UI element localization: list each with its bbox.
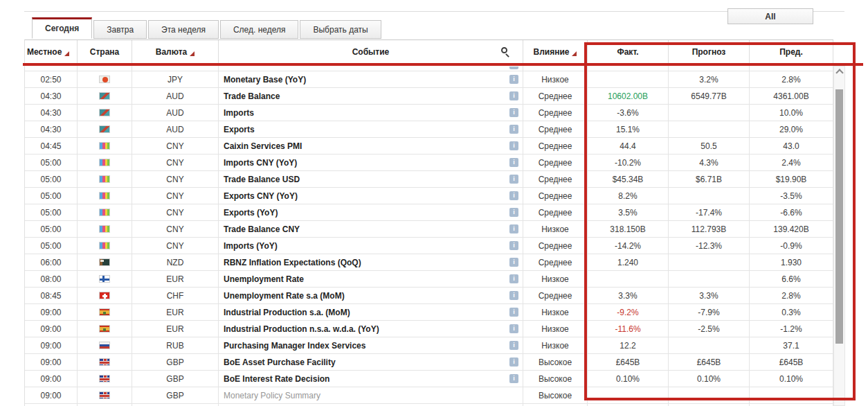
event-time-text: 05:00 xyxy=(40,208,61,218)
event-time: 04:45 xyxy=(25,138,78,155)
currency-code-text: CHF xyxy=(167,291,184,301)
event-link[interactable]: Trade Balance xyxy=(224,91,280,101)
info-icon[interactable]: i xyxy=(509,308,518,317)
event-link[interactable]: Monetary Policy Summary xyxy=(224,391,320,400)
event-time: 09:00 xyxy=(25,337,78,354)
event-link[interactable]: Unemployment Rate s.a (MoM) xyxy=(224,291,345,301)
event-time-text: 09:00 xyxy=(40,391,61,400)
info-icon[interactable]: i xyxy=(509,291,518,300)
column-header-currency[interactable]: Валюта xyxy=(132,40,219,63)
all-filter-button[interactable]: All xyxy=(727,8,813,24)
event-cell: Imports CNY (YoY)i xyxy=(219,155,523,171)
impact-level-text: Среднее xyxy=(539,208,572,218)
event-link[interactable]: Exports CNY (YoY) xyxy=(224,191,298,201)
column-header-event: Событие xyxy=(219,40,523,63)
column-header-impact[interactable]: Влияние xyxy=(523,40,588,63)
info-icon[interactable]: i xyxy=(509,191,518,200)
tab-select-dates[interactable]: Выбрать даты xyxy=(300,20,381,39)
country-cell xyxy=(78,354,132,371)
event-time: 05:00 xyxy=(25,204,78,221)
event-link[interactable]: Trade Balance CNY xyxy=(224,224,300,234)
currency-code: CHF xyxy=(132,288,219,304)
country-cell xyxy=(78,321,132,337)
tab-tomorrow[interactable]: Завтра xyxy=(93,20,147,39)
impact-level-text: Среднее xyxy=(539,241,572,251)
sort-triangle-icon xyxy=(190,51,195,56)
event-time: 04:30 xyxy=(25,105,78,121)
country-flag-icon-jp xyxy=(99,76,110,83)
info-icon[interactable]: i xyxy=(509,324,518,333)
info-icon[interactable]: i xyxy=(509,374,518,383)
info-icon[interactable]: i xyxy=(509,341,518,350)
impact-level-text: Среднее xyxy=(539,258,572,267)
info-icon[interactable]: i xyxy=(509,108,518,117)
event-time-text: 04:45 xyxy=(40,141,61,151)
event-cell: Industrial Production n.s.a. w.d.a. (YoY… xyxy=(219,321,523,337)
event-link[interactable]: Trade Balance USD xyxy=(224,175,300,184)
info-icon[interactable]: i xyxy=(509,175,518,184)
currency-code-text: GBP xyxy=(166,358,183,367)
info-icon[interactable]: i xyxy=(509,158,518,167)
tab-next-week[interactable]: След. неделя xyxy=(220,20,299,39)
event-time: 06:00 xyxy=(25,254,78,271)
country-flag-icon-gb xyxy=(99,375,110,382)
event-time-text: 02:50 xyxy=(40,75,61,85)
impact-level: Среднее xyxy=(523,238,588,254)
country-cell xyxy=(78,221,132,238)
info-icon[interactable]: i xyxy=(509,241,518,250)
impact-level: Низкое xyxy=(523,321,588,337)
event-link[interactable]: BoE Interest Rate Decision xyxy=(224,374,329,384)
country-flag-icon-cn xyxy=(99,209,110,216)
country-cell xyxy=(78,371,132,387)
event-link[interactable]: Industrial Production s.a. (MoM) xyxy=(224,308,350,317)
country-cell xyxy=(78,188,132,204)
event-link[interactable]: Industrial Production n.s.a. w.d.a. (YoY… xyxy=(224,324,379,334)
impact-level-text: Среднее xyxy=(539,91,572,101)
event-link[interactable]: Unemployment Rate xyxy=(224,274,304,284)
country-flag-icon-gb xyxy=(99,391,110,399)
country-cell xyxy=(78,387,132,404)
event-time: 05:00 xyxy=(25,188,78,204)
currency-code: AUD xyxy=(132,105,219,121)
country-cell xyxy=(78,271,132,288)
tab-this-week[interactable]: Эта неделя xyxy=(148,20,219,39)
event-link[interactable]: Monetary Base (YoY) xyxy=(224,75,306,85)
sort-triangle-icon xyxy=(64,51,69,56)
event-link[interactable]: Exports (YoY) xyxy=(224,208,278,218)
info-icon[interactable]: i xyxy=(509,75,518,84)
event-time: 05:00 xyxy=(25,238,78,254)
info-icon[interactable]: i xyxy=(509,91,518,100)
info-icon[interactable]: i xyxy=(509,125,518,134)
currency-code: RUB xyxy=(132,337,219,354)
event-link[interactable]: RBNZ Inflation Expectations (QoQ) xyxy=(224,258,361,267)
impact-level: Среднее xyxy=(523,88,588,105)
currency-code-text: EUR xyxy=(166,308,183,317)
event-link[interactable]: Purchasing Manager Index Services xyxy=(224,341,365,351)
event-link[interactable]: Imports xyxy=(224,108,254,118)
currency-code: CNY xyxy=(132,221,219,238)
search-icon[interactable] xyxy=(501,47,507,53)
column-header-time[interactable]: Местное xyxy=(25,40,78,63)
impact-level: Низкое xyxy=(523,271,588,288)
info-icon[interactable]: i xyxy=(509,358,518,367)
country-cell xyxy=(78,254,132,271)
event-link[interactable]: BoE Asset Purchase Facility xyxy=(224,358,336,367)
currency-code-text: CNY xyxy=(166,158,183,168)
info-icon[interactable]: i xyxy=(509,208,518,217)
info-icon-partial xyxy=(509,67,518,69)
event-link[interactable]: Exports xyxy=(224,125,255,134)
info-icon[interactable]: i xyxy=(509,258,518,267)
currency-code-text: JPY xyxy=(168,75,183,85)
tab-today[interactable]: Сегодня xyxy=(32,17,92,39)
info-icon[interactable]: i xyxy=(509,274,518,283)
column-header-label: Валюта xyxy=(156,47,187,57)
currency-code: JPY xyxy=(132,71,219,88)
info-icon[interactable]: i xyxy=(509,141,518,150)
event-cell: RBNZ Inflation Expectations (QoQ)i xyxy=(219,254,523,271)
currency-code: CNY xyxy=(132,155,219,171)
event-link[interactable]: Imports CNY (YoY) xyxy=(224,158,297,168)
impact-level-text: Высокое xyxy=(539,374,572,384)
event-link[interactable]: Caixin Services PMI xyxy=(224,141,302,151)
info-icon[interactable]: i xyxy=(509,224,518,233)
event-link[interactable]: Imports (YoY) xyxy=(224,241,278,251)
